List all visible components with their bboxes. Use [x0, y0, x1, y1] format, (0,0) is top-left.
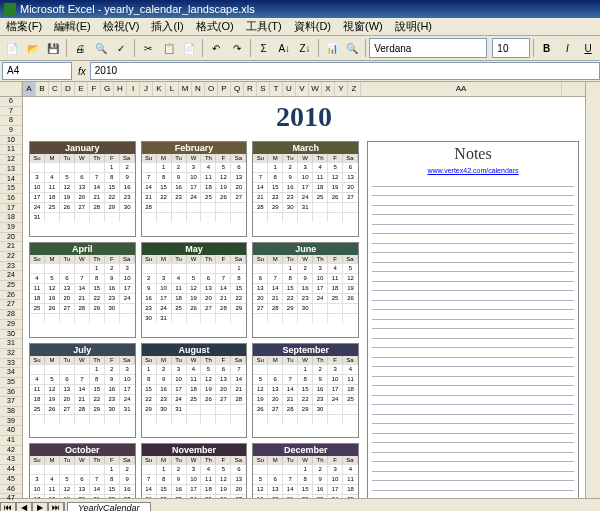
vertical-scrollbar[interactable]	[585, 82, 600, 498]
row-header[interactable]: 38	[0, 407, 22, 417]
cut-icon[interactable]: ✂	[138, 38, 158, 58]
column-header[interactable]: V	[296, 82, 309, 96]
italic-icon[interactable]: I	[558, 38, 578, 58]
redo-icon[interactable]: ↷	[227, 38, 247, 58]
row-header[interactable]: 16	[0, 194, 22, 204]
row-header[interactable]: 7	[0, 107, 22, 117]
row-header[interactable]: 46	[0, 485, 22, 495]
menu-item[interactable]: 資料(D)	[288, 18, 337, 35]
column-header[interactable]: A	[23, 82, 36, 96]
menu-item[interactable]: 工具(T)	[240, 18, 288, 35]
row-header[interactable]: 11	[0, 145, 22, 155]
column-header[interactable]: E	[75, 82, 88, 96]
row-header[interactable]: 29	[0, 320, 22, 330]
save-icon[interactable]: 💾	[43, 38, 63, 58]
menu-item[interactable]: 編輯(E)	[48, 18, 97, 35]
column-header[interactable]: Z	[348, 82, 361, 96]
menu-item[interactable]: 檢視(V)	[97, 18, 146, 35]
row-header[interactable]: 39	[0, 417, 22, 427]
row-header[interactable]: 45	[0, 475, 22, 485]
column-header[interactable]: S	[257, 82, 270, 96]
zoom-icon[interactable]: 🔍	[342, 38, 362, 58]
row-header[interactable]: 23	[0, 262, 22, 272]
bold-icon[interactable]: B	[537, 38, 557, 58]
column-header[interactable]: U	[283, 82, 296, 96]
select-all-corner[interactable]	[0, 82, 22, 96]
tab-first-icon[interactable]: ⏮	[0, 502, 16, 512]
undo-icon[interactable]: ↶	[206, 38, 226, 58]
row-header[interactable]: 18	[0, 213, 22, 223]
column-header[interactable]: L	[166, 82, 179, 96]
row-header[interactable]: 43	[0, 455, 22, 465]
print-icon[interactable]: 🖨	[70, 38, 90, 58]
column-header[interactable]: N	[192, 82, 205, 96]
paste-icon[interactable]: 📄	[180, 38, 200, 58]
row-header[interactable]: 35	[0, 378, 22, 388]
column-header[interactable]: C	[49, 82, 62, 96]
menu-item[interactable]: 插入(I)	[145, 18, 189, 35]
row-header[interactable]: 37	[0, 397, 22, 407]
tab-last-icon[interactable]: ⏭	[48, 502, 64, 512]
row-header[interactable]: 33	[0, 359, 22, 369]
row-header[interactable]: 22	[0, 252, 22, 262]
preview-icon[interactable]: 🔍	[91, 38, 111, 58]
row-header[interactable]: 28	[0, 310, 22, 320]
row-header[interactable]: 32	[0, 349, 22, 359]
column-header[interactable]: AA	[361, 82, 562, 96]
row-header[interactable]: 19	[0, 223, 22, 233]
underline-icon[interactable]: U	[578, 38, 598, 58]
column-header[interactable]: B	[36, 82, 49, 96]
notes-link[interactable]: www.vertex42.com/calendars	[368, 166, 578, 177]
row-header[interactable]: 6	[0, 97, 22, 107]
new-icon[interactable]: 📄	[2, 38, 22, 58]
chart-icon[interactable]: 📊	[322, 38, 342, 58]
menu-item[interactable]: 檔案(F)	[0, 18, 48, 35]
row-header[interactable]: 27	[0, 300, 22, 310]
column-header[interactable]: I	[127, 82, 140, 96]
row-header[interactable]: 10	[0, 136, 22, 146]
row-header[interactable]: 20	[0, 233, 22, 243]
row-header[interactable]: 44	[0, 465, 22, 475]
tab-prev-icon[interactable]: ◀	[16, 502, 32, 512]
column-header[interactable]: T	[270, 82, 283, 96]
font-size-combo[interactable]: 10	[492, 38, 530, 58]
menu-item[interactable]: 說明(H)	[389, 18, 438, 35]
sheet-tab[interactable]: YearlyCalendar	[67, 502, 151, 512]
row-header[interactable]: 9	[0, 126, 22, 136]
sort-desc-icon[interactable]: Z↓	[295, 38, 315, 58]
column-header[interactable]: P	[218, 82, 231, 96]
column-header[interactable]: D	[62, 82, 75, 96]
sort-asc-icon[interactable]: A↓	[274, 38, 294, 58]
row-header[interactable]: 14	[0, 175, 22, 185]
row-header[interactable]: 41	[0, 436, 22, 446]
row-header[interactable]: 26	[0, 291, 22, 301]
menu-item[interactable]: 視窗(W)	[337, 18, 389, 35]
row-header[interactable]: 36	[0, 388, 22, 398]
worksheet[interactable]: 2010 JanuarySuMTuWThFSa12345678910111213…	[23, 97, 585, 498]
row-header[interactable]: 34	[0, 368, 22, 378]
formula-bar[interactable]: 2010	[90, 62, 600, 80]
column-header[interactable]: G	[101, 82, 114, 96]
name-box[interactable]: A4	[2, 62, 72, 80]
row-header[interactable]: 30	[0, 330, 22, 340]
column-header[interactable]: M	[179, 82, 192, 96]
row-header[interactable]: 24	[0, 271, 22, 281]
row-header[interactable]: 12	[0, 155, 22, 165]
column-header[interactable]: Y	[335, 82, 348, 96]
menu-item[interactable]: 格式(O)	[190, 18, 240, 35]
copy-icon[interactable]: 📋	[159, 38, 179, 58]
row-header[interactable]: 15	[0, 184, 22, 194]
column-header[interactable]: J	[140, 82, 153, 96]
row-header[interactable]: 42	[0, 446, 22, 456]
row-header[interactable]: 8	[0, 116, 22, 126]
column-header[interactable]: K	[153, 82, 166, 96]
font-name-combo[interactable]: Verdana	[369, 38, 487, 58]
tab-next-icon[interactable]: ▶	[32, 502, 48, 512]
row-header[interactable]: 13	[0, 165, 22, 175]
row-header[interactable]: 25	[0, 281, 22, 291]
column-header[interactable]: Q	[231, 82, 244, 96]
column-header[interactable]: W	[309, 82, 322, 96]
row-header[interactable]: 21	[0, 242, 22, 252]
row-header[interactable]: 17	[0, 204, 22, 214]
spell-icon[interactable]: ✓	[112, 38, 132, 58]
